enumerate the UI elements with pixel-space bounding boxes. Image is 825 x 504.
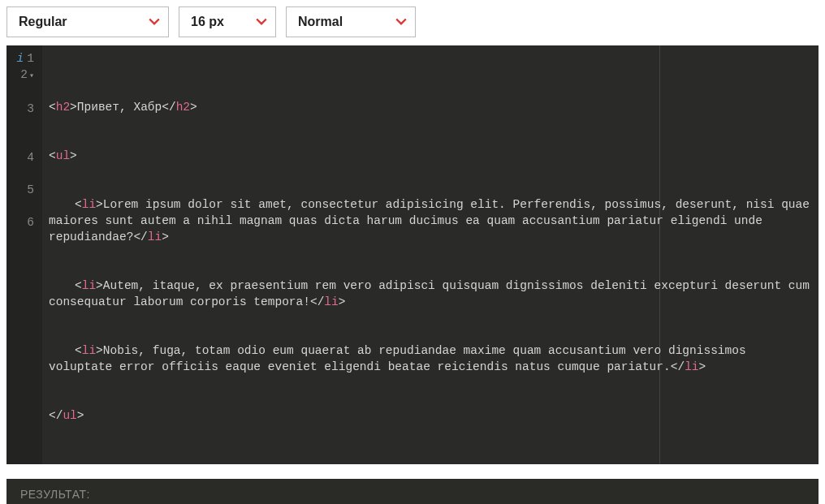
result-header: РЕЗУЛЬТАТ: (7, 480, 818, 504)
editor-ruler (659, 45, 660, 464)
gutter-line: 6 (10, 214, 37, 230)
editor-code-area[interactable]: <h2>Привет, Хабр</h2> <ul> <li>Lorem ips… (42, 45, 819, 464)
code-line: <li>Lorem ipsum dolor sit amet, consecte… (49, 196, 810, 245)
code-line: <li>Nobis, fuga, totam odio eum quaerat … (49, 342, 810, 375)
font-weight-select[interactable]: Regular (6, 6, 169, 37)
gutter-line: 1 (10, 50, 37, 67)
code-line: <h2>Привет, Хабр</h2> (49, 99, 810, 115)
font-size-value: 16 px (191, 15, 224, 29)
chevron-down-icon (395, 16, 407, 28)
result-label: РЕЗУЛЬТАТ: (20, 488, 90, 501)
code-line: <li>Autem, itaque, ex praesentium rem ve… (49, 278, 810, 310)
gutter-line: 4 (10, 149, 37, 166)
gutter-line: 3 (10, 101, 37, 117)
code-editor[interactable]: 1 2 3 4 5 6 <h2>Привет, Хабр</h2> <ul> <… (6, 45, 819, 464)
code-line: </ul> (49, 407, 810, 424)
gutter-line: 5 (10, 182, 37, 198)
font-toolbar: Regular 16 px Normal (6, 6, 819, 37)
gutter-line: 2 (10, 67, 37, 84)
chevron-down-icon (149, 16, 160, 28)
font-style-value: Normal (298, 15, 343, 29)
font-weight-value: Regular (19, 15, 67, 29)
editor-gutter: 1 2 3 4 5 6 (6, 45, 42, 464)
font-style-select[interactable]: Normal (286, 6, 416, 37)
chevron-down-icon (256, 16, 267, 28)
font-size-select[interactable]: 16 px (179, 6, 276, 37)
code-line: <ul> (49, 148, 810, 164)
result-panel: РЕЗУЛЬТАТ: Привет, Хабр Lorem ipsum dolo… (6, 479, 819, 504)
